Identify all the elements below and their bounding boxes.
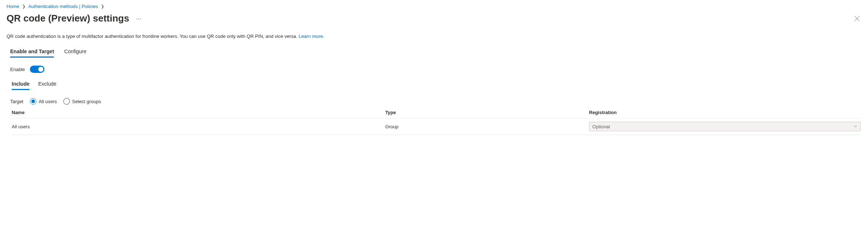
title-row: QR code (Preview) settings ⋯ [7,13,861,24]
include-exclude-tabs: Include Exclude [12,81,861,90]
description-text: QR code authentication is a type of mult… [7,34,299,39]
enable-row: Enable [10,66,861,73]
col-header-registration: Registration [589,110,861,115]
col-header-name: Name [12,110,385,115]
more-actions-icon[interactable]: ⋯ [136,15,142,22]
close-icon[interactable] [853,14,861,23]
registration-select-value: Optional [592,124,610,129]
breadcrumb-auth-methods[interactable]: Authentication methods | Policies [28,4,98,9]
table-row: All users Group Optional [12,118,861,135]
page-title: QR code (Preview) settings [7,13,129,24]
chevron-down-icon [853,124,857,129]
breadcrumb-home[interactable]: Home [7,4,19,9]
chevron-right-icon: ❯ [101,4,104,9]
target-row: Target All users Select groups [10,98,861,105]
tab-enable-target[interactable]: Enable and Target [10,48,54,58]
learn-more-link[interactable]: Learn more [299,34,323,39]
col-header-type: Type [385,110,589,115]
radio-all-users-label: All users [39,99,57,104]
tab-configure[interactable]: Configure [64,48,86,58]
table-header: Name Type Registration [12,110,861,118]
radio-select-groups[interactable]: Select groups [63,98,101,105]
main-tabs: Enable and Target Configure [10,48,861,58]
enable-toggle[interactable] [30,66,44,73]
subtab-exclude[interactable]: Exclude [38,81,56,90]
chevron-right-icon: ❯ [22,4,25,9]
radio-icon [63,98,70,105]
registration-select[interactable]: Optional [589,122,861,131]
targets-table: Name Type Registration All users Group O… [12,110,861,135]
radio-all-users[interactable]: All users [30,98,57,105]
description: QR code authentication is a type of mult… [7,34,861,39]
breadcrumb: Home ❯ Authentication methods | Policies… [7,4,861,9]
cell-type: Group [385,124,589,129]
enable-label: Enable [10,67,25,72]
cell-registration: Optional [589,122,861,131]
subtab-include[interactable]: Include [12,81,30,90]
period: . [323,34,325,39]
cell-name: All users [12,124,385,129]
radio-icon [30,98,36,105]
target-label: Target [10,99,23,104]
radio-select-groups-label: Select groups [72,99,101,104]
